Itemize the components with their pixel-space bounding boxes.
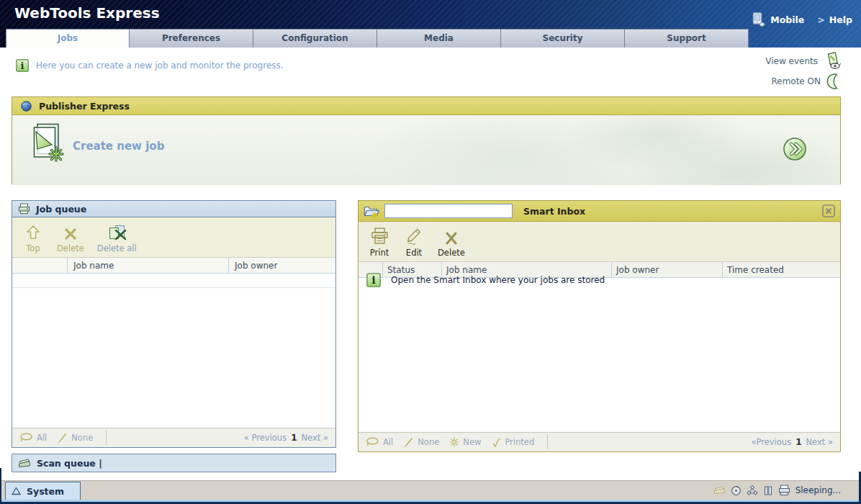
select-new-link[interactable]: New: [449, 437, 481, 447]
system-label: System: [27, 486, 64, 497]
edit-label: Edit: [406, 248, 422, 258]
tab-security[interactable]: Security: [501, 29, 625, 48]
smart-inbox-panel: Smart Inbox Print: [358, 200, 841, 452]
scanner-status-icon: [713, 485, 726, 495]
previous-link[interactable]: «Previous: [752, 437, 792, 447]
new-label: New: [463, 437, 481, 447]
select-all-link[interactable]: All: [19, 433, 47, 443]
network-status-icon: [747, 485, 758, 495]
previous-link[interactable]: « Previous: [244, 433, 287, 443]
column-select: [12, 258, 67, 273]
svg-text:i: i: [21, 60, 24, 71]
pen-slash-icon: [403, 436, 414, 448]
create-new-job-button[interactable]: Create new job: [12, 115, 840, 185]
print-button[interactable]: Print: [369, 226, 390, 258]
webtools-express-page: WebTools Express Mobile > Help Jobs Pref…: [0, 0, 861, 504]
page-number: 1: [795, 437, 801, 447]
new-document-icon: [30, 122, 67, 164]
remote-toggle[interactable]: Remote ON: [771, 73, 842, 89]
select-printed-link[interactable]: Printed: [491, 437, 534, 448]
pen-slash-icon: [57, 432, 68, 444]
tab-jobs[interactable]: Jobs: [6, 29, 130, 48]
check-icon: [491, 437, 501, 448]
page-info: i Here you can create a new job and moni…: [16, 59, 284, 72]
smart-inbox-info-text: Open the Smart Inbox where your jobs are…: [391, 275, 605, 285]
delete-all-icon: [107, 224, 127, 241]
system-tab[interactable]: System: [5, 482, 81, 500]
app-title: WebTools Express: [14, 4, 160, 22]
go-arrow-button[interactable]: [783, 137, 807, 161]
none-label: None: [71, 433, 93, 443]
delete-button[interactable]: Delete: [438, 226, 465, 258]
next-link[interactable]: Next »: [806, 437, 833, 447]
page-number: 1: [291, 433, 297, 443]
tab-label: Media: [424, 33, 454, 43]
select-none-link[interactable]: None: [57, 432, 93, 444]
smart-inbox-footer: All None New P: [359, 432, 840, 451]
job-queue-panel: Job queue Top Delete: [12, 200, 336, 448]
edit-pencil-icon: [405, 227, 423, 246]
delete-x-icon: [63, 227, 78, 241]
tab-media[interactable]: Media: [377, 29, 501, 48]
info-icon: i: [16, 59, 29, 72]
publisher-express-header: Publisher Express: [12, 97, 840, 115]
select-none-link[interactable]: None: [403, 436, 439, 448]
inbox-name-input[interactable]: [384, 204, 513, 218]
scan-queue-panel[interactable]: Scan queue |: [12, 454, 336, 472]
close-button[interactable]: [822, 204, 835, 217]
chevron-right-icon: >: [817, 14, 824, 25]
mobile-label: Mobile: [770, 14, 804, 25]
divider: [547, 435, 548, 449]
remote-label: Remote ON: [771, 76, 821, 86]
view-events-link[interactable]: View events: [765, 52, 842, 70]
warning-triangle-icon: [12, 487, 21, 495]
svg-text:i: i: [371, 274, 376, 286]
tab-support[interactable]: Support: [625, 29, 749, 48]
help-link[interactable]: > Help: [817, 14, 852, 25]
tab-label: Security: [542, 33, 582, 43]
column-job-name[interactable]: Job name: [67, 258, 228, 273]
mobile-link[interactable]: Mobile: [752, 12, 804, 27]
globe-icon: [21, 101, 32, 112]
top-button[interactable]: Top: [22, 222, 44, 253]
job-queue-pager: « Previous 1 Next »: [244, 433, 328, 443]
column-time-created[interactable]: Time created: [722, 262, 840, 277]
job-queue-footer: All None « Previous 1 Next »: [12, 428, 335, 447]
close-icon: [822, 204, 835, 217]
printer-status-text: Sleeping...: [795, 485, 841, 495]
tab-configuration[interactable]: Configuration: [253, 29, 377, 48]
new-inbox-folder-icon[interactable]: [364, 204, 379, 219]
panel-title: Job queue: [36, 204, 86, 215]
empty-row: [12, 274, 335, 288]
move-to-top-icon: [24, 224, 42, 241]
job-queue-table-header: Job name Job owner: [12, 258, 335, 274]
tab-preferences[interactable]: Preferences: [130, 29, 253, 48]
top-label: Top: [26, 243, 40, 253]
print-label: Print: [370, 248, 389, 258]
delete-label: Delete: [438, 248, 465, 258]
pause-status-icon: [763, 485, 773, 496]
column-job-owner[interactable]: Job owner: [611, 262, 722, 277]
delete-button[interactable]: Delete: [57, 222, 84, 253]
none-label: None: [418, 437, 439, 447]
printer-status-area: Sleeping...: [713, 482, 841, 499]
tab-label: Preferences: [162, 33, 220, 43]
column-job-owner[interactable]: Job owner: [228, 258, 335, 273]
job-queue-toolbar: Top Delete Delete all: [12, 217, 335, 258]
moon-icon: [826, 73, 842, 89]
printer-status-icon: [778, 485, 790, 496]
printed-label: Printed: [505, 437, 534, 447]
publisher-express-panel: Publisher Express Create new job: [12, 96, 841, 184]
delete-all-label: Delete all: [97, 243, 137, 253]
left-edge: [0, 468, 1, 504]
delete-all-button[interactable]: Delete all: [97, 222, 137, 253]
next-link[interactable]: Next »: [302, 433, 328, 443]
smart-inbox-info: i Open the Smart Inbox where your jobs a…: [359, 273, 605, 287]
select-all-link[interactable]: All: [366, 437, 393, 447]
edit-button[interactable]: Edit: [403, 226, 425, 258]
lasso-icon: [19, 433, 33, 443]
delete-x-icon: [444, 230, 459, 246]
create-new-job-label: Create new job: [73, 140, 164, 153]
help-label: Help: [829, 14, 852, 25]
print-icon: [370, 227, 389, 246]
